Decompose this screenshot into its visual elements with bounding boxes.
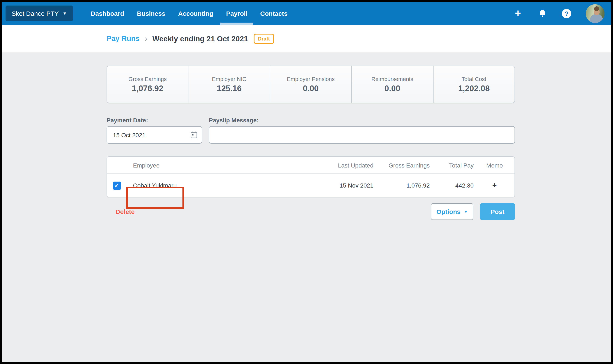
card-label: Total Cost	[462, 76, 486, 82]
header-total-pay: Total Pay	[430, 157, 474, 174]
card-label: Employer NIC	[212, 76, 246, 82]
nav-item-payroll[interactable]: Payroll	[220, 2, 254, 25]
nav-item-accounting[interactable]: Accounting	[172, 2, 220, 25]
table-header-row: Employee Last Updated Gross Earnings Tot…	[107, 157, 515, 174]
row-gross-earnings: 1,076.92	[373, 174, 430, 197]
delete-button[interactable]: Delete	[116, 208, 135, 215]
payrun-form: Payment Date:	[106, 117, 515, 144]
help-icon[interactable]: ?	[561, 8, 572, 19]
card-label: Gross Earnings	[129, 76, 167, 82]
breadcrumb-separator-icon: ›	[145, 35, 147, 43]
row-last-updated: 15 Nov 2021	[288, 174, 373, 197]
card-total-cost: Total Cost 1,202.08	[433, 66, 515, 103]
actions-row: Delete Options ▼ Post	[106, 203, 515, 220]
nav-item-dashboard[interactable]: Dashboard	[84, 2, 131, 25]
breadcrumb: Pay Runs › Weekly ending 21 Oct 2021 Dra…	[2, 25, 611, 52]
row-checkbox[interactable]: ✓	[113, 181, 121, 189]
card-employer-pensions: Employer Pensions 0.00	[270, 66, 352, 103]
top-navbar: Sket Dance PTY ▼ Dashboard Business Acco…	[2, 2, 611, 25]
page-title: Weekly ending 21 Oct 2021	[152, 34, 248, 43]
payslip-message-field[interactable]	[209, 126, 515, 144]
card-gross-earnings: Gross Earnings 1,076.92	[107, 66, 189, 103]
breadcrumb-pay-runs-link[interactable]: Pay Runs	[106, 35, 140, 43]
chevron-down-icon: ▼	[464, 209, 468, 214]
main-content: Gross Earnings 1,076.92 Employer NIC 125…	[2, 52, 611, 362]
post-button[interactable]: Post	[480, 203, 515, 220]
employee-table: Employee Last Updated Gross Earnings Tot…	[106, 156, 515, 197]
card-value: 125.16	[217, 84, 241, 93]
status-badge: Draft	[254, 34, 274, 44]
card-label: Employer Pensions	[287, 76, 335, 82]
chevron-down-icon: ▼	[63, 11, 67, 15]
row-total-pay: 442.30	[430, 174, 474, 197]
main-nav: Dashboard Business Accounting Payroll Co…	[84, 2, 294, 25]
add-memo-icon[interactable]: +	[492, 181, 497, 189]
header-gross-earnings: Gross Earnings	[373, 157, 430, 174]
payslip-message-label: Payslip Message:	[209, 117, 515, 124]
organisation-menu-button[interactable]: Sket Dance PTY ▼	[6, 6, 73, 21]
options-button[interactable]: Options ▼	[431, 203, 473, 220]
card-label: Reimbursements	[372, 76, 414, 82]
organisation-name: Sket Dance PTY	[12, 10, 59, 17]
nav-item-business[interactable]: Business	[130, 2, 171, 25]
payment-date-label: Payment Date:	[106, 117, 202, 124]
notifications-bell-icon[interactable]	[537, 8, 547, 19]
employee-name-link[interactable]: Cobalt Yukimaru	[127, 174, 288, 197]
screenshot-frame: Sket Dance PTY ▼ Dashboard Business Acco…	[0, 0, 613, 364]
summary-cards: Gross Earnings 1,076.92 Employer NIC 125…	[106, 66, 515, 103]
header-employee: Employee	[127, 157, 288, 174]
add-icon[interactable]: +	[513, 8, 523, 19]
payment-date-field[interactable]	[106, 126, 202, 144]
card-value: 1,202.08	[458, 84, 490, 93]
card-reimbursements: Reimbursements 0.00	[352, 66, 433, 103]
header-last-updated: Last Updated	[288, 157, 373, 174]
card-value: 1,076.92	[132, 84, 163, 93]
user-avatar[interactable]	[586, 4, 604, 23]
card-employer-nic: Employer NIC 125.16	[189, 66, 270, 103]
app-window: Sket Dance PTY ▼ Dashboard Business Acco…	[2, 2, 611, 362]
card-value: 0.00	[385, 84, 400, 93]
nav-item-contacts[interactable]: Contacts	[254, 2, 294, 25]
navbar-right-icons: + ?	[513, 4, 604, 23]
calendar-icon[interactable]	[191, 131, 197, 140]
card-value: 0.00	[303, 84, 319, 93]
table-row: ✓ Cobalt Yukimaru 15 Nov 2021 1,076.92 4…	[107, 174, 515, 197]
header-memo: Memo	[474, 157, 515, 174]
